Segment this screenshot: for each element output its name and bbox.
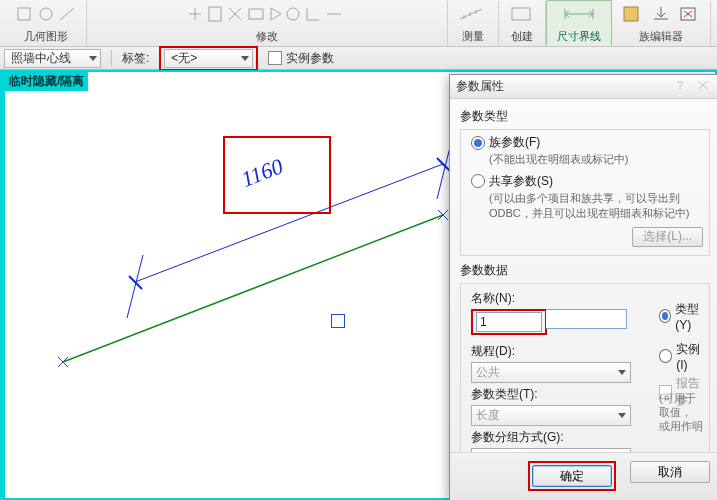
name-input-ext[interactable]: [546, 309, 627, 329]
ribbon-group-create: 创建: [499, 1, 546, 46]
dialog-title: 参数属性: [456, 78, 504, 95]
cancel-button[interactable]: 取消: [630, 461, 710, 483]
group-select[interactable]: 尺寸标注: [471, 448, 631, 452]
family-param-note: (不能出现在明细表或标记中): [489, 152, 703, 167]
window-controls: ?: [673, 79, 712, 94]
radio-off-icon: [471, 174, 485, 188]
chevron-down-icon: [241, 56, 249, 61]
wall-center-value: 照墙中心线: [11, 50, 71, 67]
instance-param-label: 实例参数: [286, 51, 334, 65]
help-icon[interactable]: ?: [673, 79, 693, 91]
svg-text:?: ?: [677, 79, 683, 91]
ribbon-group-modify: 修改: [87, 1, 448, 46]
wall-center-dropdown[interactable]: 照墙中心线: [4, 49, 101, 68]
shared-param-note: (可以由多个项目和族共享，可以导出到 ODBC，并且可以出现在明细表和标记中): [489, 191, 703, 221]
svg-point-1: [40, 8, 52, 20]
type-radio[interactable]: 类型(Y): [659, 301, 709, 332]
dialog-titlebar[interactable]: 参数属性 ?: [450, 75, 717, 99]
dialog-footer: 确定 取消: [450, 452, 717, 500]
dimension-highlight: [223, 136, 331, 214]
radio-on-icon: [659, 309, 671, 323]
chevron-down-icon: [89, 56, 97, 61]
discipline-select[interactable]: 公共: [471, 362, 631, 383]
param-type-legend: 参数类型: [460, 108, 710, 125]
svg-rect-5: [512, 8, 530, 20]
name-input[interactable]: 1: [476, 312, 542, 332]
ribbon-label-modify: 修改: [256, 29, 278, 44]
close-project-icon[interactable]: [678, 5, 700, 23]
ribbon-group-familyeditor: 族编辑器: [612, 1, 711, 46]
ribbon-label-create: 创建: [511, 29, 533, 44]
chevron-down-icon: [618, 370, 626, 375]
tag-dropdown-highlight: <无>: [159, 46, 258, 71]
svg-rect-2: [209, 7, 221, 21]
radio-on-icon: [471, 136, 485, 150]
svg-rect-0: [18, 8, 30, 20]
ok-highlight: 确定: [528, 461, 616, 491]
dialog-body: 参数类型 族参数(F) (不能出现在明细表或标记中) 共享参数(S) (可以由多…: [450, 99, 717, 452]
param-data-legend: 参数数据: [460, 262, 710, 279]
ribbon-group-dimlines[interactable]: 尺寸界线: [546, 0, 612, 46]
ok-button[interactable]: 确定: [532, 465, 612, 487]
shared-param-radio[interactable]: 共享参数(S): [471, 173, 703, 190]
radio-off-icon: [659, 349, 672, 363]
family-param-radio[interactable]: 族参数(F): [471, 134, 703, 151]
separator: [111, 50, 112, 66]
ribbon-label-measure: 测量: [462, 29, 484, 44]
svg-rect-6: [624, 7, 638, 21]
checkbox-icon: [268, 51, 282, 65]
options-bar: 照墙中心线 标签: <无> 实例参数: [0, 47, 717, 70]
ribbon: 几何图形 修改 测量 创建 尺寸界线 族编辑器: [0, 0, 717, 47]
instance-radio[interactable]: 实例(I): [659, 341, 709, 372]
parameter-properties-dialog: 参数属性 ? 参数类型 族参数(F) (不能出现在明细表或标记中) 共享参数(S…: [449, 74, 717, 500]
chevron-down-icon: [618, 413, 626, 418]
paramtype-select[interactable]: 长度: [471, 405, 631, 426]
svg-line-12: [129, 276, 142, 289]
svg-rect-3: [249, 9, 263, 19]
param-type-group: 族参数(F) (不能出现在明细表或标记中) 共享参数(S) (可以由多个项目和族…: [460, 129, 710, 256]
name-input-highlight: 1: [471, 309, 547, 335]
select-shared-button[interactable]: 选择(L)...: [632, 227, 703, 247]
tag-dropdown[interactable]: <无>: [164, 49, 253, 68]
report-hint: (可用于取值，或用作明: [659, 391, 717, 434]
ribbon-group-measure: 测量: [448, 1, 499, 46]
edit-icon[interactable]: [622, 5, 644, 23]
load-icon[interactable]: [650, 5, 672, 23]
ribbon-label-familyeditor: 族编辑器: [639, 29, 683, 44]
close-icon[interactable]: [696, 79, 712, 91]
svg-point-4: [287, 8, 299, 20]
ribbon-group-geometry: 几何图形: [6, 1, 87, 46]
view-symbol[interactable]: [331, 314, 345, 328]
instance-param-checkbox[interactable]: 实例参数: [268, 50, 334, 67]
param-data-group: 名称(N): 1 类型(Y) 规程(D): 公共 实例(I) 参数类型(T): …: [460, 283, 710, 452]
ribbon-label-geometry: 几何图形: [24, 29, 68, 44]
ribbon-label-dimlines: 尺寸界线: [557, 29, 601, 44]
tag-value: <无>: [171, 50, 197, 67]
tag-label: 标签:: [122, 50, 149, 67]
